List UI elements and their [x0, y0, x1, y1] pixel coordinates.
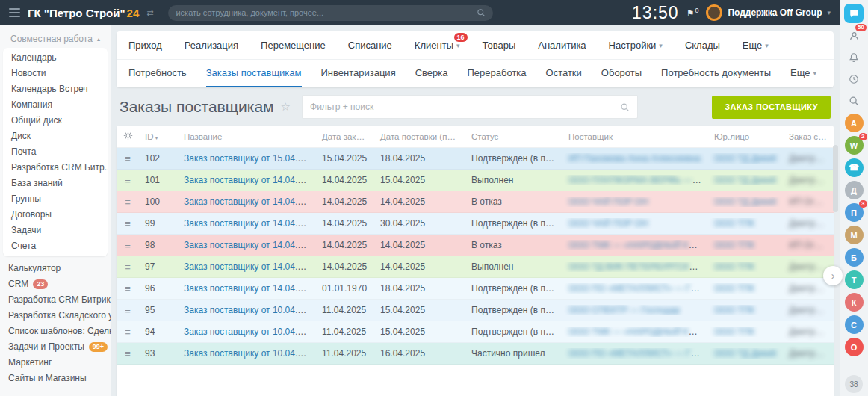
rail-counter[interactable]: 38 [845, 375, 863, 393]
supplier-link[interactable]: ООО ПО «МЕТАЛЛИСТ» — ГРАЖДАНИН [568, 283, 708, 294]
scroll-right-button[interactable]: › [823, 266, 843, 285]
order-link[interactable]: Заказ поставщику от 14.04.2025 11:23 [184, 218, 316, 229]
rail-avatar[interactable]: Д [845, 181, 864, 199]
row-menu-icon[interactable]: ≡ [125, 175, 131, 186]
table-row[interactable]: ≡ 97 Заказ поставщику от 14.04.2025 10:3… [117, 256, 834, 278]
sidebar-item[interactable]: Новости [3, 66, 108, 81]
primary-nav-item[interactable]: Списание [348, 40, 392, 51]
sidebar-item[interactable]: Группы [3, 191, 108, 207]
table-row[interactable]: ≡ 102 Заказ поставщику от 15.04.2025 11:… [117, 148, 834, 170]
sidebar-item[interactable]: База знаний [3, 176, 108, 191]
entity-link[interactable]: ООО ТПК [714, 327, 754, 337]
messenger-icon[interactable] [844, 4, 864, 23]
sidebar-item[interactable]: Общий диск [3, 113, 108, 129]
favorite-star-icon[interactable]: ☆ [281, 100, 291, 114]
supplier-link[interactable]: ООО ЧАЙ ПОР ОН [568, 197, 648, 207]
column-header-name[interactable]: Название [178, 132, 316, 141]
sidebar-item[interactable]: Маркетинг [0, 355, 111, 371]
row-menu-icon[interactable]: ≡ [125, 283, 131, 294]
order-link[interactable]: Заказ поставщику от 10.04.2025 11:15 [184, 348, 316, 359]
rail-avatar[interactable]: Т [845, 270, 864, 289]
flag-icon[interactable]: ⚑0 [686, 7, 699, 19]
row-menu-icon[interactable]: ≡ [125, 305, 131, 316]
global-search[interactable] [168, 5, 493, 21]
row-menu-icon[interactable]: ≡ [125, 218, 131, 229]
supplier-link[interactable]: ООО ТД ВИК ПЕТЕРБУРГСКИЙ — ООО ВИК Петро… [568, 262, 708, 272]
entity-link[interactable]: ООО ТД Дикий [714, 175, 776, 185]
order-link[interactable]: Заказ поставщику от 10.04.2025 11:35 [184, 327, 316, 337]
secondary-nav-tab[interactable]: Потребность [128, 60, 187, 87]
row-menu-icon[interactable]: ≡ [125, 348, 131, 359]
secondary-nav-tab[interactable]: Заказы поставщикам [206, 60, 302, 87]
supplier-link[interactable]: ООО ТМК — «НАРОДНЫЙ КАРНИЗ» [568, 327, 708, 337]
table-row[interactable]: ≡ 94 Заказ поставщику от 10.04.2025 11:3… [117, 321, 834, 343]
rail-avatar[interactable]: А [845, 114, 864, 132]
primary-nav-item[interactable]: Реализация [185, 40, 238, 51]
order-link[interactable]: Заказ поставщику от 14.04.2025 10:12 [184, 283, 316, 294]
supplier-link[interactable]: ООО ТМК — «НАРОДНЫЙ КАРНИЗ» [568, 240, 708, 250]
secondary-nav-tab[interactable]: Остатки [546, 60, 582, 87]
sidebar-item[interactable]: Калькулятор [0, 261, 111, 276]
table-row[interactable]: ≡ 100 Заказ поставщику от 14.04.2025 12:… [117, 191, 834, 213]
sidebar-item[interactable]: Диск [3, 129, 108, 144]
global-search-input[interactable] [176, 8, 477, 17]
entity-link[interactable]: ООО ТД Дикий [714, 153, 776, 164]
entity-link[interactable]: ООО ТПК [714, 305, 754, 315]
table-row[interactable]: ≡ 98 Заказ поставщику от 14.04.2025 11:1… [117, 235, 834, 256]
rail-avatar[interactable]: W 2 [845, 136, 864, 155]
sidebar-item[interactable]: Разработка CRM Битрикс... [0, 292, 111, 308]
table-row[interactable]: ≡ 101 Заказ поставщику от 14.04.2025 14:… [117, 170, 834, 191]
rail-avatar[interactable]: М [845, 226, 864, 244]
sidebar-item[interactable]: Разработка Складского у... [0, 308, 111, 324]
primary-nav-item[interactable]: Настройки ▾ [609, 40, 663, 51]
entity-link[interactable]: ООО ТД Дикий [714, 197, 776, 207]
support-profile[interactable]: Поддержка Off Group ▾ [706, 4, 831, 21]
order-link[interactable]: Заказ поставщику от 14.04.2025 11:12 [184, 240, 316, 250]
row-menu-icon[interactable]: ≡ [125, 327, 131, 338]
table-row[interactable]: ≡ 96 Заказ поставщику от 14.04.2025 10:1… [117, 278, 834, 300]
menu-icon[interactable] [9, 8, 20, 17]
column-header-creator[interactable]: Заказ создан сотру... [783, 132, 834, 141]
search-icon[interactable] [845, 92, 863, 110]
bell-icon[interactable] [845, 49, 863, 66]
table-row[interactable]: ≡ 99 Заказ поставщику от 14.04.2025 11:2… [117, 213, 834, 235]
primary-nav-item[interactable]: Перемещение [261, 40, 326, 51]
row-menu-icon[interactable]: ≡ [125, 197, 131, 208]
order-link[interactable]: Заказ поставщику от 14.04.2025 14:07 [184, 175, 316, 185]
supplier-link[interactable]: ООО ПО «МЕТАЛЛИСТ» — ГРАЖДАНИН [568, 348, 708, 359]
primary-nav-item[interactable]: Товары [483, 40, 516, 51]
rail-avatar[interactable]: Б [845, 248, 864, 267]
sidebar-item[interactable]: Счета [3, 238, 108, 254]
order-link[interactable]: Заказ поставщику от 14.04.2025 12:10 [184, 197, 316, 207]
supplier-link[interactable]: ООО ПЛАТФОРМА ВЕРФЬ — Лог Продакшн [568, 175, 708, 185]
entity-link[interactable]: ООО ТПК [714, 283, 754, 294]
sidebar-item[interactable]: CRM 23 [0, 276, 111, 292]
primary-nav-item[interactable]: Аналитика [538, 40, 586, 51]
switch-icon[interactable]: ⇄ [146, 8, 153, 18]
table-row[interactable]: ≡ 93 Заказ поставщику от 10.04.2025 11:1… [117, 343, 834, 365]
rail-avatar[interactable]: К [845, 293, 864, 312]
clock-icon[interactable] [845, 70, 863, 88]
rail-avatar[interactable]: С [845, 315, 864, 334]
secondary-nav-tab[interactable]: Сверка [415, 60, 448, 87]
sidebar-group-header[interactable]: Совместная работа ▴ [0, 28, 111, 48]
create-order-button[interactable]: ЗАКАЗ ПОСТАВЩИКУ [712, 96, 831, 119]
rail-avatar[interactable]: П 3 [845, 203, 864, 222]
primary-nav-item[interactable]: Приход [128, 40, 162, 51]
entity-link[interactable]: ООО ТПК [714, 240, 754, 250]
sidebar-item[interactable]: Календарь [3, 50, 108, 66]
rail-avatar[interactable]: О [845, 338, 864, 356]
sidebar-item[interactable]: Почта [3, 144, 108, 160]
column-header-id[interactable]: ID▾ [139, 132, 178, 141]
sidebar-item[interactable]: Список шаблонов: Сделка [0, 324, 111, 339]
table-row[interactable]: ≡ 95 Заказ поставщику от 10.04.2025 15:5… [117, 300, 834, 321]
sidebar-item[interactable]: Задачи и Проекты 99+ [0, 339, 111, 355]
column-header-delivery-date[interactable]: Дата поставки (план) [374, 132, 465, 141]
clock-time[interactable]: 13:50 [632, 3, 679, 23]
sidebar-item[interactable]: Календарь Встреч [3, 81, 108, 97]
sidebar-item[interactable]: Договоры [3, 207, 108, 223]
sidebar-item[interactable]: Сайты и Магазины [0, 371, 111, 386]
primary-nav-item[interactable]: Склады [685, 40, 720, 51]
row-menu-icon[interactable]: ≡ [125, 262, 131, 273]
supplier-link[interactable]: ИП Пахомова Анна Алексеевна [568, 153, 701, 164]
